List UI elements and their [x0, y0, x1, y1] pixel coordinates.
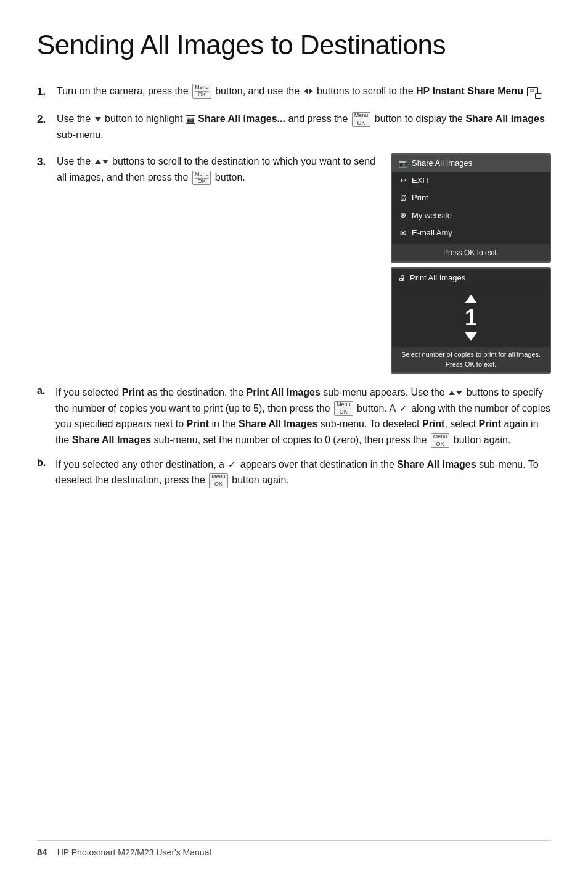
step-3-text: Use the buttons to scroll to the destina…	[57, 153, 378, 185]
screen-row-email: ✉ E-mail Amy	[392, 224, 550, 242]
share-all-icon: 📷	[186, 115, 195, 124]
lr-arrows-icon	[304, 88, 313, 94]
steps-list: 1. Turn on the camera, press the Menu OK…	[37, 83, 551, 374]
down-arrow-small	[102, 160, 108, 164]
website-icon: ⊕	[398, 210, 408, 221]
print-all-header-label: Print All Images	[410, 272, 465, 284]
print-icon: 🖨	[398, 192, 408, 204]
share-all-screen: 📷 Share All Images ↩ EXIT 🖨 Print ⊕	[391, 153, 551, 263]
share-menu-icon: ✉	[527, 87, 538, 96]
step-1-number: 1.	[37, 84, 57, 100]
step-2-content: Use the button to highlight 📷 Share All …	[57, 111, 551, 142]
screen-row-print: 🖨 Print	[392, 189, 550, 206]
menu-ok-btn-b: Menu OK	[209, 473, 228, 488]
sub-step-b: b. If you selected any other destination…	[37, 457, 551, 488]
page-content: Sending All Images to Destinations 1. Tu…	[0, 0, 588, 546]
ud-arrows-icon	[95, 160, 108, 164]
checkmark-a: ✓	[399, 401, 407, 416]
print-count-up-arrow	[465, 295, 477, 303]
print-all-screen: 🖨 Print All Images 1 Select number of co…	[391, 267, 551, 374]
step-3-number: 3.	[37, 154, 57, 374]
print-count-down-arrow	[465, 332, 477, 341]
step-3-wrapper: Use the buttons to scroll to the destina…	[57, 153, 551, 374]
page-title: Sending All Images to Destinations	[37, 30, 551, 61]
screen-row-email-label: E-mail Amy	[412, 227, 452, 239]
step-3-screenshots: 📷 Share All Images ↩ EXIT 🖨 Print ⊕	[391, 153, 551, 374]
footer-manual-title: HP Photosmart M22/M23 User's Manual	[57, 847, 211, 857]
screen-row-website: ⊕ My website	[392, 207, 550, 224]
checkmark-b: ✓	[228, 457, 236, 472]
screen-row-share-all: 📷 Share All Images	[392, 155, 550, 172]
sub-step-a: a. If you selected Print as the destinat…	[37, 385, 551, 448]
sub-steps-list: a. If you selected Print as the destinat…	[37, 385, 551, 488]
sub-step-a-content: If you selected Print as the destination…	[55, 385, 551, 448]
page-footer: 84 HP Photosmart M22/M23 User's Manual	[37, 840, 551, 857]
menu-ok-button-inline-2: Menu OK	[352, 112, 371, 127]
menu-ok-btn-a: Menu OK	[334, 401, 353, 416]
print-all-footer: Select number of copies to print for all…	[392, 347, 550, 372]
exit-icon: ↩	[398, 175, 408, 187]
up-arrow-small	[95, 160, 101, 164]
up-tri-a	[449, 391, 455, 395]
print-all-header-icon: 🖨	[398, 272, 406, 284]
print-all-header: 🖨 Print All Images	[392, 269, 550, 288]
down-arrow-icon	[95, 117, 101, 121]
sub-step-b-content: If you selected any other destination, a…	[55, 457, 551, 488]
sub-step-b-label: b.	[37, 457, 55, 488]
email-icon: ✉	[398, 227, 408, 239]
share-all-row-icon: 📷	[398, 158, 408, 169]
screen-row-website-label: My website	[412, 210, 452, 222]
screen-row-exit-label: EXIT	[412, 174, 430, 187]
footer-page-number: 84	[37, 847, 47, 857]
menu-ok-button-inline: Menu OK	[192, 84, 211, 99]
screen-row-share-all-label: Share All Images	[412, 157, 472, 169]
share-icon-box: 📷	[186, 115, 195, 124]
right-arrow-icon	[309, 88, 313, 94]
screen-row-exit: ↩ EXIT	[392, 172, 550, 189]
print-copy-number: 1	[465, 303, 477, 333]
step-1-content: Turn on the camera, press the Menu OK bu…	[57, 83, 551, 100]
step-1: 1. Turn on the camera, press the Menu OK…	[37, 83, 551, 100]
step-2: 2. Use the button to highlight 📷 Share A…	[37, 111, 551, 142]
print-all-body: 1	[392, 288, 550, 348]
down-tri-a	[456, 391, 462, 395]
step-2-number: 2.	[37, 112, 57, 142]
left-arrow-icon	[304, 88, 308, 94]
ud-arrows-a	[449, 391, 462, 395]
step-3: 3. Use the buttons to scroll to the dest…	[37, 153, 551, 374]
screen-row-print-label: Print	[412, 192, 428, 204]
menu-ok-btn-a2: Menu OK	[431, 433, 450, 448]
screen1-footer: Press OK to exit.	[392, 244, 550, 262]
menu-ok-button-inline-3: Menu OK	[192, 171, 211, 186]
sub-step-a-label: a.	[37, 385, 55, 448]
